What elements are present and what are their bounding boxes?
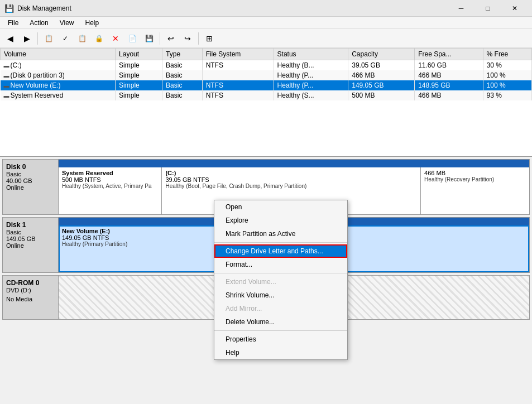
cell-status: Healthy (S... <box>274 90 348 100</box>
disk-0-partition-sysreserved[interactable]: System Reserved 500 MB NTFS Healthy (Sys… <box>59 167 162 214</box>
menu-action[interactable]: Action <box>24 18 54 28</box>
toolbar-btn-8[interactable]: 📄 <box>124 31 140 46</box>
cell-pct: 30 % <box>483 60 531 71</box>
ctx-item-explore[interactable]: Explore <box>214 214 347 227</box>
disk-1-type: Basic <box>6 229 55 235</box>
c-drive-size: 39.05 GB NTFS <box>165 176 417 183</box>
disk-0-size: 40.00 GB <box>6 177 55 184</box>
ctx-item-format---[interactable]: Format... <box>214 258 347 271</box>
disk-0-partition-recovery[interactable]: 466 MB Healthy (Recovery Partition) <box>421 167 529 214</box>
table-row[interactable]: ▬(Disk 0 partition 3) Simple Basic Healt… <box>1 70 532 80</box>
recovery-status: Healthy (Recovery Partition) <box>424 176 526 182</box>
col-type[interactable]: Type <box>162 49 203 60</box>
cell-capacity: 466 MB <box>348 70 415 80</box>
title-bar: 💾 Disk Management ─ □ ✕ <box>0 0 532 17</box>
menu-help[interactable]: Help <box>80 18 105 28</box>
toolbar-btn-3[interactable]: 📋 <box>41 31 56 46</box>
cell-free: 148.95 GB <box>415 80 483 90</box>
maximize-button[interactable]: □ <box>475 0 501 17</box>
cell-free: 466 MB <box>415 70 483 80</box>
cell-fs <box>202 70 274 80</box>
cell-pct: 93 % <box>483 90 531 100</box>
toolbar-redo[interactable]: ↪ <box>180 31 195 46</box>
toolbar-btn-6[interactable]: 🔒 <box>91 31 107 46</box>
menu-view[interactable]: View <box>54 18 80 28</box>
toolbar-undo[interactable]: ↩ <box>163 31 179 46</box>
cell-layout: Simple <box>116 70 162 80</box>
disk-0-name: Disk 0 <box>6 163 55 171</box>
cell-pct: 100 % <box>483 80 531 90</box>
ctx-item-delete-volume---[interactable]: Delete Volume... <box>214 315 347 329</box>
menu-file[interactable]: File <box>2 18 24 28</box>
cell-layout: Simple <box>116 90 162 100</box>
cell-capacity: 500 MB <box>348 90 415 100</box>
cell-fs: NTFS <box>202 60 274 71</box>
cell-volume: ▬(C:) <box>1 60 116 71</box>
close-button[interactable]: ✕ <box>502 0 528 17</box>
disk-1-status: Online <box>6 242 55 249</box>
c-drive-status: Healthy (Boot, Page File, Crash Dump, Pr… <box>165 183 417 189</box>
separator-2 <box>160 32 160 45</box>
table-row[interactable]: ▬(C:) Simple Basic NTFS Healthy (B... 39… <box>1 60 532 71</box>
sysreserved-size: 500 MB NTFS <box>62 176 158 183</box>
window-title: Disk Management <box>17 4 448 12</box>
ctx-item-shrink-volume---[interactable]: Shrink Volume... <box>214 288 347 302</box>
ctx-item-open[interactable]: Open <box>214 200 347 214</box>
cell-volume: ▬New Volume (E:) <box>1 80 116 90</box>
toolbar-btn-delete[interactable]: ✕ <box>108 31 123 46</box>
ctx-item-help[interactable]: Help <box>214 346 347 359</box>
separator-1 <box>37 32 38 45</box>
ctx-item-add-mirror---: Add Mirror... <box>214 302 347 315</box>
col-capacity[interactable]: Capacity <box>348 49 415 60</box>
toolbar-btn-4[interactable]: ✓ <box>57 31 73 46</box>
sysreserved-name: System Reserved <box>62 170 158 176</box>
disk-0-status: Online <box>6 184 55 191</box>
forward-button[interactable]: ▶ <box>19 31 35 46</box>
cell-type: Basic <box>162 60 203 71</box>
toolbar-btn-5[interactable]: 📋 <box>74 31 90 46</box>
cell-capacity: 149.05 GB <box>348 80 415 90</box>
cdrom-0-info: CD-ROM 0 DVD (D:) No Media <box>3 276 59 319</box>
ctx-item-change-drive-letter-and-paths---[interactable]: Change Drive Letter and Paths... <box>214 244 347 258</box>
table-row[interactable]: ▬System Reserved Simple Basic NTFS Healt… <box>1 90 532 100</box>
back-button[interactable]: ◀ <box>2 31 18 46</box>
disk-1-info: Disk 1 Basic 149.05 GB Online <box>3 218 59 272</box>
cell-fs: NTFS <box>202 80 274 90</box>
context-menu-separator <box>214 273 347 273</box>
cell-layout: Simple <box>116 60 162 71</box>
context-menu-separator <box>214 242 347 243</box>
col-layout[interactable]: Layout <box>116 49 162 60</box>
volume-table-container: Volume Layout Type File System Status Ca… <box>0 48 532 157</box>
cell-pct: 100 % <box>483 70 531 80</box>
cell-capacity: 39.05 GB <box>348 60 415 71</box>
ctx-item-mark-partition-as-active[interactable]: Mark Partition as Active <box>214 227 347 241</box>
context-menu-separator <box>214 330 347 331</box>
disk-1-size: 149.05 GB <box>6 235 55 242</box>
cdrom-0-name: CD-ROM 0 <box>6 279 55 287</box>
sysreserved-status: Healthy (System, Active, Primary Pa <box>62 183 158 189</box>
c-drive-name: (C:) <box>165 170 417 176</box>
toolbar-btn-9[interactable]: 💾 <box>141 31 157 46</box>
context-menu: OpenExploreMark Partition as ActiveChang… <box>214 200 348 360</box>
col-status[interactable]: Status <box>274 49 348 60</box>
ctx-item-properties[interactable]: Properties <box>214 333 347 346</box>
col-freespace[interactable]: Free Spa... <box>415 49 483 60</box>
toolbar-grid[interactable]: ⊞ <box>202 31 217 46</box>
disk-0-type: Basic <box>6 171 55 177</box>
cdrom-0-media: No Media <box>6 296 55 302</box>
col-pctfree[interactable]: % Free <box>483 49 531 60</box>
disk-0-header-bar <box>59 160 529 167</box>
cell-type: Basic <box>162 90 203 100</box>
recovery-size: 466 MB <box>424 170 526 176</box>
minimize-button[interactable]: ─ <box>448 0 474 17</box>
cell-status: Healthy (P... <box>274 80 348 90</box>
table-row[interactable]: ▬New Volume (E:) Simple Basic NTFS Healt… <box>1 80 532 90</box>
cell-free: 11.60 GB <box>415 60 483 71</box>
cell-layout: Simple <box>116 80 162 90</box>
cell-status: Healthy (B... <box>274 60 348 71</box>
ctx-item-extend-volume---: Extend Volume... <box>214 275 347 288</box>
app-icon: 💾 <box>4 4 14 13</box>
col-filesystem[interactable]: File System <box>202 49 274 60</box>
volume-table: Volume Layout Type File System Status Ca… <box>0 48 532 100</box>
col-volume[interactable]: Volume <box>1 49 116 60</box>
